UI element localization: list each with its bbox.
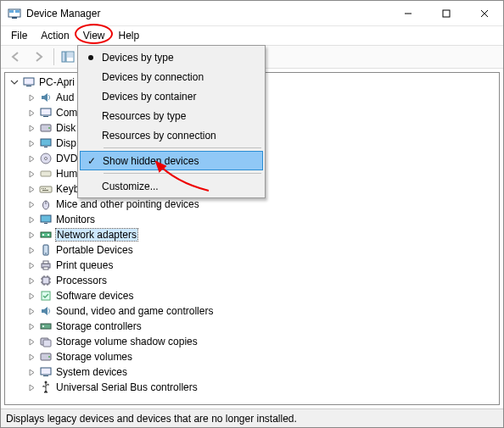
maximize-button[interactable] [427, 1, 465, 25]
tree-item-label: Com [56, 107, 77, 119]
expand-icon[interactable] [25, 336, 37, 347]
menu-show-hidden-devices[interactable]: ✓ Show hidden devices [80, 151, 263, 170]
tree-item-label: Network adapters [56, 229, 137, 241]
tree-item[interactable]: Software devices [8, 288, 499, 303]
window-title: Device Manager [26, 8, 100, 19]
check-icon: ✓ [87, 155, 96, 167]
menu-resources-by-connection[interactable]: Resources by connection [80, 125, 263, 145]
svg-rect-53 [41, 324, 51, 329]
show-hide-tree-button[interactable] [58, 47, 78, 67]
tree-item-label: Aud [56, 92, 74, 103]
sound-icon [39, 304, 53, 318]
expand-icon[interactable] [25, 137, 37, 149]
svg-rect-3 [12, 17, 17, 19]
printer-icon [39, 258, 53, 272]
expand-icon[interactable] [25, 229, 37, 241]
tree-item-label: System devices [56, 366, 127, 378]
menu-customize[interactable]: Customize... [80, 176, 263, 196]
svg-rect-30 [42, 190, 48, 191]
svg-rect-33 [41, 215, 51, 222]
tree-item-label: Disp [56, 137, 76, 149]
menu-separator [104, 147, 261, 148]
expand-icon[interactable] [25, 366, 37, 378]
menu-file[interactable]: File [4, 28, 34, 43]
expand-icon[interactable] [25, 351, 37, 363]
menu-resources-by-type[interactable]: Resources by type [80, 106, 263, 125]
expand-icon[interactable] [25, 183, 37, 195]
svg-rect-26 [40, 186, 52, 192]
svg-rect-42 [43, 267, 48, 270]
tree-item-label: Storage volume shadow copies [56, 336, 198, 347]
svg-point-58 [48, 356, 50, 358]
expand-icon[interactable] [25, 122, 37, 134]
tree-item[interactable]: Storage volumes [8, 349, 499, 364]
tree-item-label: Sound, video and game controllers [56, 305, 213, 317]
svg-rect-37 [48, 234, 49, 236]
expand-icon[interactable] [25, 290, 37, 302]
svg-rect-19 [41, 139, 51, 146]
svg-rect-15 [41, 108, 51, 115]
menu-view[interactable]: View [76, 28, 112, 43]
menu-action[interactable]: Action [34, 28, 76, 43]
svg-rect-13 [24, 78, 34, 85]
expand-icon[interactable] [25, 275, 37, 286]
expand-icon[interactable] [25, 214, 37, 225]
tree-item[interactable]: Network adapters [8, 227, 499, 242]
svg-rect-29 [45, 188, 46, 189]
menu-devices-by-type[interactable]: Devices by type [80, 47, 263, 67]
computer-icon [39, 106, 53, 120]
tree-item[interactable]: Storage controllers [8, 319, 499, 334]
expand-icon[interactable] [25, 107, 37, 119]
svg-rect-60 [43, 375, 48, 376]
tree-item[interactable]: Storage volume shadow copies [8, 334, 499, 349]
svg-rect-16 [43, 116, 48, 117]
expand-icon[interactable] [25, 198, 37, 210]
status-text: Displays legacy devices and devices that… [6, 413, 297, 425]
tree-item[interactable]: Monitors [8, 212, 499, 227]
tree-item[interactable]: Sound, video and game controllers [8, 303, 499, 319]
usb-icon [39, 381, 53, 394]
tree-item-label: Hum [56, 168, 77, 180]
expand-icon[interactable] [25, 259, 37, 271]
menu-help[interactable]: Help [112, 28, 147, 43]
tree-item[interactable]: Processors [8, 273, 499, 288]
menu-separator [104, 173, 261, 174]
expand-icon[interactable] [25, 168, 37, 180]
expand-icon[interactable] [25, 153, 37, 164]
tree-item[interactable]: System devices [8, 364, 499, 380]
expand-icon[interactable] [25, 320, 37, 332]
storage-controller-icon [39, 320, 53, 333]
svg-rect-43 [42, 277, 49, 284]
menubar: File Action View Help [1, 26, 503, 45]
tree-item[interactable]: Mice and other pointing devices [8, 197, 499, 212]
expand-icon[interactable] [25, 305, 37, 317]
toolbar-separator [53, 48, 54, 65]
tree-item-label: Storage controllers [56, 320, 142, 332]
svg-point-18 [48, 127, 50, 129]
dvd-icon [39, 152, 53, 165]
expand-icon[interactable] [25, 381, 37, 393]
computer-icon [22, 75, 36, 89]
tree-item-label: Software devices [56, 290, 133, 302]
forward-button[interactable] [28, 47, 48, 67]
menu-devices-by-connection[interactable]: Devices by connection [80, 67, 263, 86]
close-button[interactable] [465, 1, 503, 25]
svg-rect-59 [41, 368, 51, 375]
menu-devices-by-container[interactable]: Devices by container [80, 86, 263, 106]
svg-rect-27 [42, 188, 42, 189]
svg-point-54 [42, 325, 44, 327]
expand-icon[interactable] [25, 244, 37, 256]
collapse-icon[interactable] [8, 76, 20, 88]
svg-rect-28 [43, 188, 44, 189]
system-icon [39, 365, 53, 379]
shadow-copy-icon [39, 335, 53, 348]
svg-rect-35 [41, 232, 51, 237]
back-button[interactable] [6, 47, 26, 67]
expand-icon[interactable] [25, 92, 37, 103]
mouse-icon [39, 197, 53, 211]
tree-item[interactable]: Universal Serial Bus controllers [8, 380, 499, 395]
tree-root-label: PC-Apri [39, 76, 75, 88]
tree-item[interactable]: Print queues [8, 258, 499, 273]
tree-item[interactable]: Portable Devices [8, 242, 499, 258]
minimize-button[interactable] [389, 1, 427, 25]
